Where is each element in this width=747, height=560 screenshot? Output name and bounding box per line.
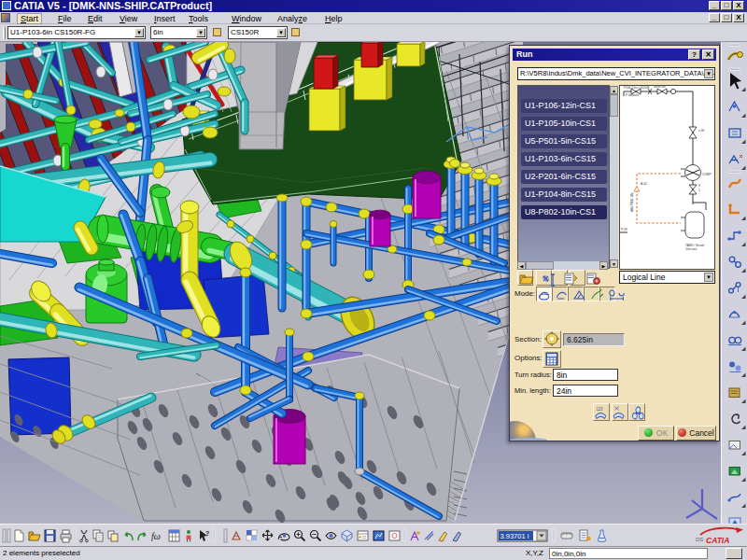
- svg-text:P-balance: P-balance: [626, 93, 640, 97]
- svg-text:CATIA: CATIA: [706, 536, 729, 545]
- svg-text:10in-unit: 10in-unit: [685, 247, 697, 251]
- svg-text:P-09: P-09: [621, 228, 627, 231]
- svg-text:?: ?: [205, 530, 209, 537]
- svg-text:3.93701 i: 3.93701 i: [500, 532, 529, 540]
- svg-text:COMP: COMP: [702, 173, 712, 176]
- svg-text:A-02: A-02: [641, 182, 647, 186]
- svg-text:valve set: valve set: [654, 86, 666, 89]
- svg-text:P106-12in-CS150R: P106-12in-CS150R: [624, 86, 650, 90]
- svg-text:V: V: [698, 184, 701, 188]
- svg-text:123: 123: [596, 407, 602, 413]
- svg-text:v-06: v-06: [698, 129, 704, 133]
- svg-text:1: 1: [698, 189, 700, 192]
- svg-text:A04-P802-10in: A04-P802-10in: [630, 192, 634, 212]
- svg-text:DS: DS: [696, 537, 703, 542]
- svg-text:fω: fω: [151, 531, 161, 541]
